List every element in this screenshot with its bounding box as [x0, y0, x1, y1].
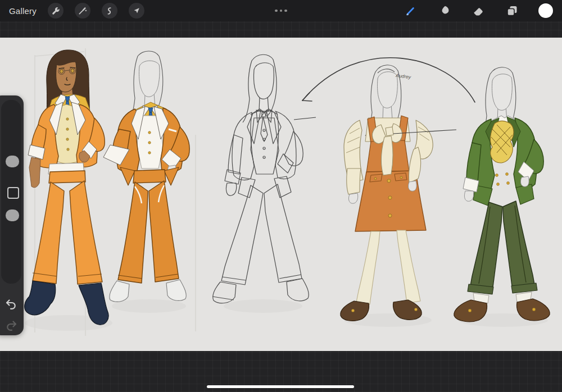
opacity-slider[interactable]	[6, 209, 19, 221]
brush-sidebar	[0, 95, 24, 335]
color-swatch	[538, 3, 553, 18]
selection-button[interactable]	[102, 3, 117, 19]
figure-1	[25, 50, 108, 325]
paint-tools-group	[404, 3, 562, 18]
brush-size-slider[interactable]	[6, 156, 19, 167]
figure-5	[454, 67, 550, 322]
top-toolbar: Gallery	[0, 0, 562, 21]
layers-icon	[505, 4, 519, 17]
figure-2	[103, 51, 189, 302]
figure-4: Audrey	[341, 65, 456, 321]
magic-wand-icon	[78, 6, 87, 16]
artwork: Audrey	[0, 38, 562, 351]
brush-icon	[404, 4, 418, 17]
edit-tools-group	[48, 3, 144, 19]
redo-icon	[4, 319, 18, 332]
transform-arrow-icon	[132, 6, 141, 16]
layers-button[interactable]	[505, 3, 519, 18]
actions-button[interactable]	[48, 3, 64, 19]
redo-button[interactable]	[4, 319, 18, 332]
toolbar-left-group: Gallery	[0, 3, 144, 19]
color-button[interactable]	[538, 3, 553, 18]
home-indicator[interactable]	[207, 385, 354, 388]
figure-3	[212, 54, 316, 303]
modify-button[interactable]	[7, 187, 19, 199]
smudge-button[interactable]	[437, 3, 452, 18]
brush-button[interactable]	[404, 3, 418, 18]
procreate-app: { "app": { "name": "Procreate" }, "toolb…	[0, 0, 562, 392]
selection-s-icon	[105, 6, 114, 16]
gallery-button[interactable]: Gallery	[9, 6, 37, 16]
drawing-canvas[interactable]: Audrey	[0, 38, 562, 351]
adjustments-button[interactable]	[75, 3, 90, 19]
smudge-icon	[438, 4, 451, 17]
erase-button[interactable]	[471, 3, 486, 18]
eraser-icon	[472, 4, 485, 17]
ellipsis-icon[interactable]	[275, 10, 287, 12]
undo-icon	[4, 298, 18, 311]
wrench-icon	[51, 6, 60, 16]
transform-button[interactable]	[129, 3, 144, 19]
undo-button[interactable]	[4, 298, 18, 311]
